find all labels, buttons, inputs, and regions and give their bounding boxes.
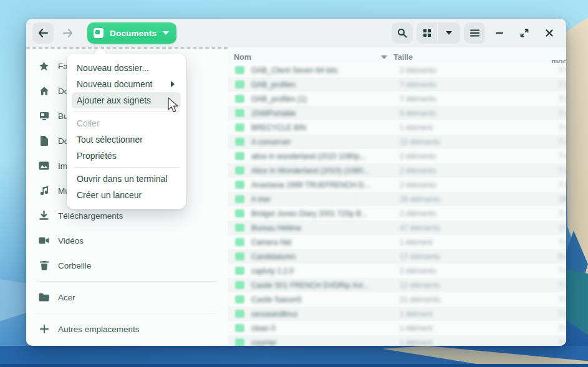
folder-icon [235, 80, 244, 88]
file-row[interactable]: courrier 1 élément 7 mai 2017 [228, 335, 566, 346]
sidebar-separator [36, 281, 218, 282]
file-row[interactable]: BRECYCLE BIN 1 élément 7 mai 2017 [228, 120, 566, 135]
menu-item-ouvrir-terminal[interactable]: Ouvrir dans un terminal [72, 171, 181, 187]
column-label: Nom [234, 53, 251, 62]
file-row[interactable]: 2048Portable 5 éléments 7 mai 2017 [228, 106, 566, 120]
menu-separator [73, 112, 180, 112]
file-modified-date: 7 mai 2017 [559, 310, 566, 318]
menu-item-proprietes[interactable]: Propriétés [72, 148, 181, 164]
file-size: 26 éléments [400, 195, 559, 204]
grid-view-button[interactable] [417, 22, 438, 44]
menu-separator [73, 167, 180, 168]
folder-icon [235, 324, 244, 332]
file-name: Castle S01 FRENCH DVDRip.Xvi... [251, 281, 400, 290]
view-options-button[interactable] [438, 22, 460, 44]
file-modified-date: 7 mai 2017 [559, 324, 566, 333]
menu-item-label: Ouvrir dans un terminal [77, 174, 168, 184]
menu-item-nouveau-document[interactable]: Nouveau document [72, 76, 181, 92]
current-folder-button[interactable]: Documents [87, 22, 176, 44]
star-icon [39, 61, 49, 72]
file-modified-date: 7 mai 2017 [559, 95, 566, 103]
menu-item-nouveau-dossier[interactable]: Nouveau dossier... [72, 60, 181, 76]
column-header-nom[interactable]: Nom [228, 53, 392, 62]
menu-item-creer-lanceur[interactable]: Créer un lanceur [72, 187, 181, 203]
back-button[interactable] [32, 22, 54, 44]
music-icon [39, 186, 49, 196]
file-row[interactable]: captvty 2.2.0 2 éléments 7 mai 2017 [228, 264, 566, 278]
headerbar: Documents [26, 19, 566, 47]
file-name: courrier [251, 338, 400, 346]
file-row[interactable]: Candidatures 17 éléments 6 oct. 2008 [228, 249, 566, 264]
image-icon [39, 161, 49, 171]
minimize-icon [496, 32, 503, 34]
folder-icon [39, 292, 49, 303]
view-switcher [417, 22, 460, 44]
folder-icon [235, 138, 244, 146]
document-icon [39, 136, 49, 146]
minimize-button[interactable] [489, 22, 510, 44]
file-modified-date: 7 mai 2017 [559, 152, 566, 161]
sidebar-item-acer[interactable]: Acer [26, 285, 228, 310]
close-button[interactable] [539, 22, 560, 44]
file-modified-date: 17 janv. 2018 [559, 224, 566, 232]
file-size: 2 éléments [400, 181, 559, 189]
file-name: cesseandbruz [251, 310, 400, 318]
popover-caret [94, 47, 107, 54]
sidebar-item-corbeille[interactable]: Corbeille [26, 253, 228, 278]
file-size: 7 éléments [400, 80, 559, 89]
menu-item-label: Propriétés [77, 151, 117, 161]
file-size: 7 éléments [400, 95, 559, 103]
sidebar-item-autres-emplacements[interactable]: Autres emplacements [26, 317, 228, 341]
file-row[interactable]: Bureau Hélène 47 éléments 17 janv. 2018 [228, 221, 566, 235]
wallpaper-facet [0, 364, 588, 367]
file-row[interactable]: Camera Nid 1 élément 7 mai 2017 [228, 235, 566, 249]
forward-button[interactable] [57, 22, 79, 44]
file-row[interactable]: Alice In Wonderland (2010) (1080... 2 él… [228, 163, 566, 178]
home-icon [39, 86, 49, 97]
menu-button[interactable] [464, 22, 485, 44]
file-row[interactable]: cesseandbruz 1 élément 7 mai 2017 [228, 307, 566, 321]
file-name: 2048Portable [251, 109, 400, 118]
menu-item-ajouter-aux-signets[interactable]: Ajouter aux signets [72, 92, 181, 108]
close-icon [546, 29, 553, 37]
file-name: Castle Saison5 [251, 295, 400, 304]
file-row[interactable]: OAB_profiles (1) 7 éléments 7 mai 2017 [228, 92, 566, 106]
sidebar-item-label: Téléchargements [58, 211, 123, 221]
file-row[interactable]: Castle Saison5 21 éléments 7 mai 2017 [228, 292, 566, 307]
file-rows: OAB_Client Seven 64 bits 2 éléments 7 ma… [228, 63, 566, 346]
plus-icon [39, 324, 49, 335]
file-name: clean 0 [251, 324, 400, 333]
maximize-button[interactable] [514, 22, 535, 44]
sidebar-item-label: Corbeille [58, 261, 91, 270]
file-row[interactable]: clean 0 1 élément 7 mai 2017 [228, 321, 566, 335]
file-name: Bureau Hélène [251, 224, 400, 232]
mouse-cursor-icon [167, 97, 181, 116]
sidebar-item-videos[interactable]: Vidéos [26, 228, 228, 253]
chevron-down-icon [446, 31, 452, 35]
column-header-taille[interactable]: Taille [392, 53, 551, 62]
file-size: 1 élément [400, 338, 559, 346]
file-row[interactable]: OAB_Client Seven 64 bits 2 éléments 7 ma… [228, 63, 566, 77]
list-column-headers: Nom Taille Dernière modification [228, 47, 566, 63]
file-name: Alice In Wonderland (2010) (1080... [251, 166, 400, 175]
file-size: 22 éléments [400, 138, 559, 146]
folder-icon [235, 195, 244, 203]
search-button[interactable] [392, 22, 413, 44]
file-size: 2 éléments [400, 152, 559, 161]
file-name: A conserver [251, 138, 400, 146]
search-icon [397, 28, 407, 38]
menu-item-label: Ajouter aux signets [77, 95, 151, 105]
folder-icon [235, 267, 244, 275]
file-row[interactable]: Castle S01 FRENCH DVDRip.Xvi... 12 éléme… [228, 278, 566, 292]
file-row[interactable]: Bridget Jones Diary 2001 720p B... 2 élé… [228, 206, 566, 221]
file-row[interactable]: A conserver 22 éléments 7 mai 2017 [228, 135, 566, 149]
file-row[interactable]: A trier 26 éléments 18 oct. 2008 [228, 192, 566, 206]
file-modified-date: 7 mai 2017 [559, 123, 566, 132]
file-row[interactable]: Anastasia 1999 TRUEFRENCH D... 2 élément… [228, 178, 566, 192]
file-modified-date: 7 mai 2017 [559, 138, 566, 146]
folder-icon [235, 338, 244, 346]
menu-item-tout-selectionner[interactable]: Tout sélectionner [72, 131, 181, 148]
file-row[interactable]: OAB_profiles 7 éléments 7 mai 2017 [228, 77, 566, 92]
file-row[interactable]: alice in wonderland (2010 1080p... 2 élé… [228, 149, 566, 163]
folder-icon [235, 123, 244, 131]
